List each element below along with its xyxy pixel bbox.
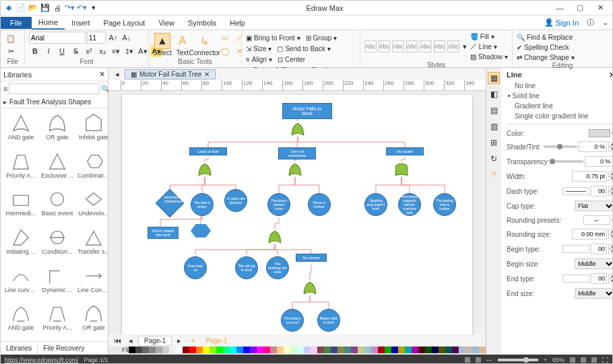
close-button[interactable]: ✕	[591, 2, 610, 14]
transparency-value[interactable]	[585, 156, 613, 167]
color-swatch[interactable]	[364, 347, 371, 353]
shape-combinati---[interactable]: Combinati...	[76, 149, 108, 186]
color-swatch[interactable]	[479, 347, 486, 353]
dock-help-icon[interactable]: ?	[488, 169, 500, 181]
shade-value[interactable]	[579, 141, 607, 152]
width-spinner[interactable]: ▴▾	[608, 172, 613, 181]
color-swatch[interactable]	[270, 347, 277, 353]
group-button[interactable]: ⊞ Group ▾	[306, 33, 337, 42]
maximize-button[interactable]: ▢	[571, 2, 589, 14]
find-replace-button[interactable]: 🔍 Find & Replace	[517, 32, 573, 42]
color-swatch[interactable]	[452, 347, 459, 353]
color-swatch[interactable]	[331, 347, 337, 353]
size-button[interactable]: ⇲ Size ▾	[246, 44, 271, 53]
style-more-icon[interactable]: ▾	[461, 40, 468, 52]
font-color-button[interactable]: A▾	[137, 45, 149, 57]
color-swatch[interactable]	[236, 347, 243, 353]
page-next-icon[interactable]: ▸	[173, 334, 185, 347]
style-swatch-3[interactable]: Abc	[392, 40, 404, 52]
dash-preview[interactable]	[562, 187, 589, 195]
page-tab-1[interactable]: Page-1	[138, 336, 172, 346]
doc-tab-close-icon[interactable]: ✕	[204, 71, 209, 78]
line-mode-single-gradient[interactable]: Single color gradient line	[507, 111, 613, 121]
tab-help[interactable]: Help	[223, 17, 252, 29]
page-add-icon[interactable]: +	[187, 334, 199, 347]
color-swatch[interactable]	[223, 347, 230, 353]
color-swatch[interactable]	[257, 347, 263, 353]
gate-or-4[interactable]	[267, 229, 282, 244]
color-swatch[interactable]	[216, 347, 223, 353]
style-swatch-5[interactable]: Abc	[420, 40, 432, 52]
end-type-preview[interactable]	[562, 275, 589, 283]
color-swatch[interactable]	[317, 347, 324, 353]
color-swatch[interactable]	[290, 347, 297, 353]
color-swatch[interactable]	[183, 347, 189, 353]
color-swatch[interactable]	[391, 347, 398, 353]
color-swatch[interactable]	[169, 347, 176, 353]
select-tool[interactable]: ▲Select	[153, 33, 172, 57]
basic-7[interactable]: The leading wire is broken	[433, 193, 456, 216]
qat-print-icon[interactable]: 🖨	[52, 3, 63, 13]
shade-slider[interactable]	[544, 145, 577, 148]
superscript-button[interactable]: x²	[83, 45, 95, 57]
page-first-icon[interactable]: ⏮	[111, 334, 123, 347]
basic-4[interactable]: Piston is broken	[308, 193, 331, 216]
view-mode-2-icon[interactable]	[476, 357, 481, 363]
page[interactable]: Motor Fails to WorkLack of fuelCan not c…	[122, 95, 472, 334]
zoom-slider[interactable]	[498, 359, 538, 361]
shrink-font-icon[interactable]: A↓	[121, 32, 133, 44]
shape-or-gate[interactable]: OR gate	[76, 301, 108, 338]
event-2[interactable]: No spark	[386, 147, 424, 155]
qat-dropdown-icon[interactable]: ▾	[88, 3, 99, 13]
line-mode-none[interactable]: No line	[507, 81, 613, 91]
color-swatch[interactable]	[149, 347, 156, 353]
zoom-in-icon[interactable]: +	[544, 357, 547, 363]
shape-circle-icon[interactable]: ◯	[219, 46, 231, 58]
qat-redo-icon[interactable]: ↷▾	[64, 3, 75, 13]
cap-select[interactable]: Flat	[575, 201, 613, 211]
gate-or-2[interactable]	[288, 162, 302, 177]
view-mode-1-icon[interactable]	[465, 357, 470, 363]
canvas-scroll[interactable]: Motor Fails to WorkLack of fuelCan not c…	[108, 91, 486, 334]
tab-page-layout[interactable]: Page Layout	[97, 17, 152, 29]
begin-type-preview[interactable]	[562, 245, 589, 253]
connector-tool[interactable]: ↳Connector	[193, 33, 216, 57]
basic-8[interactable]: Didn't check the tank	[148, 227, 179, 239]
shadow-button[interactable]: ▨ Shadow ▾	[470, 52, 508, 61]
shape-basic-event[interactable]: Basic event	[40, 187, 75, 224]
width-value[interactable]	[572, 171, 607, 182]
shape-dynamic----[interactable]: Dynamic ...	[40, 264, 75, 301]
color-swatch[interactable]	[230, 347, 236, 353]
color-swatch[interactable]	[311, 347, 317, 353]
basic-10[interactable]: Fuel used up	[184, 256, 207, 279]
color-swatch[interactable]	[418, 347, 425, 353]
color-swatch[interactable]	[344, 347, 351, 353]
basic-5[interactable]: Sparking plug doesn't work	[364, 193, 387, 216]
color-swatch[interactable]	[250, 347, 257, 353]
lib-menu-icon[interactable]: ≡	[3, 83, 7, 95]
basic-14[interactable]: The battery runs out	[281, 309, 304, 332]
bring-front-button[interactable]: ▣ Bring to Front ▾	[246, 33, 300, 42]
shape-line-conn---[interactable]: Line Conn...	[76, 264, 108, 301]
document-tab[interactable]: ▦ Motor Fail Fault Tree ✕	[125, 69, 216, 79]
style-swatch-4[interactable]: Abc	[406, 40, 418, 52]
line-mode-gradient[interactable]: Gradient line	[507, 101, 613, 111]
event-0[interactable]: Lack of fuel	[189, 147, 227, 155]
color-swatch[interactable]	[142, 347, 149, 353]
ribbon-collapse-icon[interactable]: ⌄	[598, 16, 612, 29]
qat-open-icon[interactable]: 📂	[28, 3, 38, 13]
color-swatch[interactable]	[371, 347, 378, 353]
gate-or-5[interactable]	[302, 281, 317, 295]
dock-history-icon[interactable]: ↻	[488, 153, 500, 165]
color-swatch[interactable]	[297, 347, 304, 353]
shape-transfer-s---[interactable]: Transfer s...	[76, 225, 108, 262]
dock-fill-icon[interactable]: ◧	[488, 88, 500, 100]
tab-home[interactable]: Home	[32, 16, 65, 30]
color-swatch[interactable]	[439, 347, 445, 353]
font-name-select[interactable]	[29, 32, 86, 44]
basic-11[interactable]: The rail top is stuck	[235, 256, 258, 279]
status-icon-3[interactable]	[591, 357, 597, 363]
file-menu[interactable]: File	[1, 17, 32, 29]
libraries-tab[interactable]: Libraries	[1, 343, 38, 353]
tab-view[interactable]: View	[152, 17, 181, 29]
